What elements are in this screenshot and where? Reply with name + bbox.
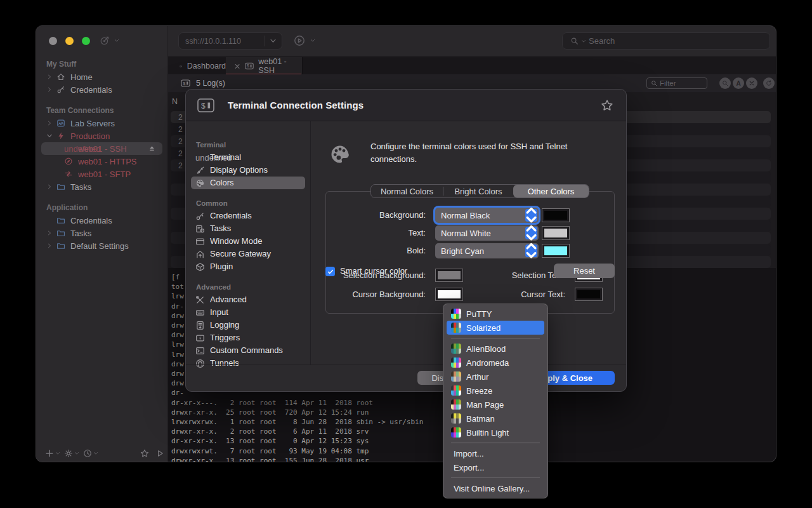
color-tab-bright-colors[interactable]: Bright Colors bbox=[443, 185, 513, 197]
dialog-nav-item-input[interactable]: Input bbox=[191, 306, 305, 319]
font-size-button[interactable]: A bbox=[733, 77, 744, 89]
minimize-window-button[interactable] bbox=[65, 37, 74, 45]
sidebar-item-tasks[interactable]: Tasks bbox=[41, 227, 162, 239]
smart-cursor-checkbox[interactable] bbox=[325, 267, 335, 276]
clear-button[interactable] bbox=[746, 77, 757, 89]
chevron-right-icon[interactable] bbox=[46, 120, 53, 126]
color-well-cursor-text-[interactable] bbox=[575, 288, 603, 301]
sidebar-item-credentials[interactable]: Credentials bbox=[41, 83, 162, 96]
menu-item-label: PuTTY bbox=[466, 309, 492, 319]
sidebar-item-tasks[interactable]: Tasks bbox=[41, 180, 162, 193]
dialog-nav-item-plugin[interactable]: Plugin bbox=[191, 260, 305, 273]
play-button[interactable] bbox=[155, 447, 164, 458]
eject-icon[interactable] bbox=[148, 144, 156, 152]
favorite-star-icon[interactable] bbox=[601, 99, 613, 112]
chevron-right-icon[interactable] bbox=[46, 74, 53, 80]
filter-input[interactable] bbox=[660, 79, 700, 87]
menu-item-putty[interactable]: PuTTY bbox=[447, 307, 544, 321]
menu-item-export-[interactable]: Export... bbox=[447, 460, 544, 474]
dialog-nav-item-tasks[interactable]: Tasks bbox=[191, 222, 305, 235]
sidebar-item-web01-ssh[interactable]: undefinedweb01 - SSH bbox=[41, 142, 162, 155]
menu-item-import-[interactable]: Import... bbox=[447, 446, 544, 460]
connect-chevron-icon[interactable] bbox=[310, 38, 315, 43]
address-bar[interactable] bbox=[178, 32, 282, 50]
dialog-nav-item-custom-commands[interactable]: Custom Commands bbox=[191, 344, 305, 357]
dialog-nav-item-triggers[interactable]: Triggers bbox=[191, 331, 305, 344]
search-scope-chevron-icon[interactable] bbox=[581, 39, 586, 44]
favorite-star-button[interactable] bbox=[140, 447, 149, 458]
dialog-nav-item-window-mode[interactable]: Window Mode bbox=[191, 235, 305, 248]
search-field[interactable] bbox=[562, 32, 770, 50]
menu-item-breeze[interactable]: Breeze bbox=[447, 384, 544, 398]
popup-stepper-icon[interactable] bbox=[525, 209, 537, 222]
dialog-nav-item-credentials[interactable]: Credentials bbox=[191, 210, 305, 222]
sidebar-item-production[interactable]: Production bbox=[41, 130, 162, 142]
color-well-selection-background-[interactable] bbox=[435, 269, 463, 282]
connect-menu-button[interactable] bbox=[100, 36, 119, 46]
sidebar-item-default-settings[interactable]: Default Settings bbox=[41, 239, 162, 252]
menu-item-label: Solarized bbox=[466, 323, 501, 333]
reset-button[interactable]: Reset bbox=[554, 264, 615, 278]
history-button[interactable] bbox=[83, 447, 92, 458]
maximize-window-button[interactable] bbox=[82, 37, 90, 45]
zoom-search-button[interactable] bbox=[719, 77, 731, 89]
dialog-nav-item-advanced[interactable]: Advanced bbox=[191, 293, 305, 306]
address-input[interactable] bbox=[185, 37, 256, 46]
filter-field[interactable] bbox=[646, 77, 707, 89]
sidebar-item-lab-servers[interactable]: Lab Servers bbox=[41, 117, 162, 130]
gear-chevron-icon[interactable] bbox=[74, 451, 79, 456]
dialog-nav-item-terminal[interactable]: undefinedTerminal bbox=[191, 151, 305, 164]
popup-stepper-icon[interactable] bbox=[525, 244, 537, 257]
color-tab-normal-colors[interactable]: Normal Colors bbox=[371, 185, 443, 197]
close-tab-icon[interactable] bbox=[234, 63, 240, 70]
refresh-button[interactable] bbox=[763, 77, 775, 89]
history-chevron-icon[interactable] bbox=[93, 451, 98, 456]
chevron-right-icon[interactable] bbox=[46, 230, 53, 236]
chevron-right-icon[interactable] bbox=[46, 86, 53, 93]
sidebar-item-web01-sftp[interactable]: web01 - SFTP bbox=[41, 168, 162, 180]
popup-background[interactable]: Normal Black bbox=[435, 208, 539, 223]
chevron-right-icon[interactable] bbox=[46, 243, 53, 249]
chevron-right-icon[interactable] bbox=[46, 184, 53, 190]
dialog-nav-item-logging[interactable]: Logging bbox=[191, 319, 305, 331]
popup-stepper-icon[interactable] bbox=[525, 227, 537, 239]
add-chevron-icon[interactable] bbox=[55, 451, 60, 456]
magnifier-icon bbox=[722, 80, 728, 86]
popup-text[interactable]: Normal White bbox=[435, 225, 539, 241]
tab-session-active[interactable]: $ web01 - SSH bbox=[226, 57, 303, 75]
terminal-icon: undefined bbox=[195, 153, 205, 163]
close-window-button[interactable] bbox=[49, 37, 57, 45]
sidebar-item-web01-https[interactable]: web01 - HTTPS bbox=[41, 155, 162, 168]
settings-gear-button[interactable] bbox=[64, 447, 73, 458]
sidebar-item-home[interactable]: Home bbox=[41, 70, 162, 83]
tab-dashboard[interactable]: Dashboard bbox=[168, 57, 226, 75]
menu-item-batman[interactable]: Batman bbox=[447, 411, 544, 425]
menu-item-arthur[interactable]: Arthur bbox=[447, 370, 544, 384]
sidebar-item-label: Production bbox=[70, 131, 110, 141]
color-swatch-2[interactable] bbox=[542, 244, 570, 258]
menu-item-label: Builtin Light bbox=[466, 428, 509, 438]
chevron-down-icon[interactable] bbox=[46, 133, 53, 139]
address-chevron-icon[interactable] bbox=[270, 37, 277, 44]
menu-item-man-page[interactable]: Man Page bbox=[447, 398, 544, 411]
dialog-nav-item-secure-gateway[interactable]: Secure Gateway bbox=[191, 248, 305, 260]
dialog-nav-item-display-options[interactable]: Display Options bbox=[191, 164, 305, 177]
menu-item-alienblood[interactable]: AlienBlood bbox=[447, 342, 544, 356]
play-circle-icon[interactable] bbox=[294, 35, 305, 46]
sidebar-item-credentials[interactable]: Credentials bbox=[41, 214, 162, 227]
check-icon bbox=[327, 269, 334, 275]
menu-item-builtin-light[interactable]: Builtin Light bbox=[447, 425, 544, 439]
search-input[interactable] bbox=[589, 36, 769, 46]
color-swatch-1[interactable] bbox=[542, 226, 570, 240]
log-count-label: 5 Log(s) bbox=[196, 79, 225, 88]
dialog-nav-item-colors[interactable]: Colors bbox=[191, 177, 305, 189]
add-button[interactable] bbox=[45, 447, 54, 458]
color-well-cursor-background-[interactable] bbox=[435, 288, 463, 301]
menu-item-andromeda[interactable]: Andromeda bbox=[447, 356, 544, 370]
menu-item-solarized[interactable]: Solarized bbox=[447, 321, 544, 335]
popup-bold[interactable]: Bright Cyan bbox=[435, 243, 539, 258]
color-tab-other-colors[interactable]: Other Colors bbox=[513, 185, 589, 197]
cube-icon bbox=[195, 262, 205, 272]
menu-item-visit-online-gallery-[interactable]: Visit Online Gallery... bbox=[447, 481, 544, 495]
color-swatch-0[interactable] bbox=[542, 208, 570, 222]
